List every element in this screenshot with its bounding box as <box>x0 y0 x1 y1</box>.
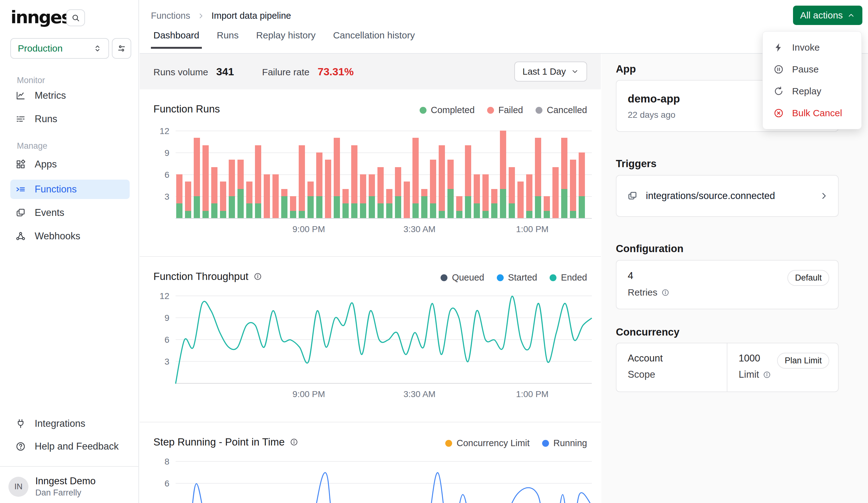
bars <box>176 131 592 218</box>
run-bar <box>203 145 209 218</box>
menu-item-pause[interactable]: Pause <box>763 59 861 80</box>
sidebar-item-apps[interactable]: Apps <box>10 155 130 174</box>
concurrency-heading: Concurrency <box>616 326 680 338</box>
menu-item-replay[interactable]: Replay <box>763 80 861 102</box>
sidebar-item-events[interactable]: Events <box>10 203 130 223</box>
all-actions-button[interactable]: All actions <box>793 6 862 25</box>
y-tick-label: 6 <box>153 170 169 180</box>
env-settings-button[interactable] <box>112 38 131 59</box>
runs-volume-stat: Runs volume 341 <box>153 65 234 78</box>
info-icon[interactable] <box>290 438 298 446</box>
plan-limit-badge: Plan Limit <box>777 353 829 369</box>
function-runs-title: Function Runs <box>153 103 220 115</box>
failure-rate-stat: Failure rate 73.31% <box>262 65 354 78</box>
step-running-title: Step Running - Point in Time <box>153 436 285 448</box>
trigger-row[interactable]: integrations/source.connected <box>616 175 839 217</box>
info-icon[interactable] <box>763 371 771 379</box>
menu-item-bulk-cancel[interactable]: Bulk Cancel <box>763 102 861 124</box>
run-bar <box>281 189 288 218</box>
run-bar <box>378 167 384 218</box>
function-runs-section: Function Runs CompletedFailedCancelled 3… <box>140 89 601 257</box>
user-org: Inngest Demo <box>35 475 96 487</box>
function-throughput-legend: QueuedStartedEnded <box>441 273 587 283</box>
sliders-icon <box>116 43 126 53</box>
y-tick-label: 12 <box>153 126 169 136</box>
run-bar <box>246 182 252 218</box>
sidebar-item-functions[interactable]: Functions <box>10 179 130 199</box>
sidebar-item-webhooks[interactable]: Webhooks <box>10 226 130 246</box>
configuration-heading: Configuration <box>616 243 683 255</box>
user-name: Dan Farrelly <box>35 488 96 498</box>
legend-item: Concurrency Limit <box>445 438 530 448</box>
legend-dot <box>441 274 447 281</box>
app-heading: App <box>616 63 636 75</box>
run-bar <box>290 196 296 218</box>
legend-item: Ended <box>550 273 587 283</box>
function-throughput-title: Function Throughput <box>153 270 248 283</box>
run-bar <box>491 189 497 218</box>
menu-item-invoke[interactable]: Invoke <box>763 37 861 59</box>
sidebar-footer-divider <box>0 466 139 467</box>
run-bar <box>412 138 419 218</box>
run-bar <box>342 189 349 218</box>
run-bar <box>272 174 279 218</box>
y-tick-label: 12 <box>153 291 169 301</box>
run-bar <box>194 138 200 218</box>
y-tick-label: 6 <box>153 479 169 489</box>
sidebar-item-help[interactable]: Help and Feedback <box>10 437 130 456</box>
run-bar <box>570 160 576 218</box>
user-menu[interactable]: IN Inngest Demo Dan Farrelly <box>8 475 96 498</box>
run-bar <box>237 160 244 218</box>
run-bar <box>439 145 445 218</box>
page-header: Functions Import data pipeline Dashboard… <box>140 0 868 54</box>
legend-dot <box>550 274 557 281</box>
dashboard-main: Runs volume 341 Failure rate 73.31% Last… <box>140 54 601 503</box>
breadcrumb-functions[interactable]: Functions <box>151 11 190 21</box>
avatar: IN <box>8 477 29 497</box>
run-bar <box>465 145 471 218</box>
function-throughput-chart: 369129:00 PM3:30 AM1:00 PM <box>176 297 592 384</box>
function-throughput-section: Function Throughput QueuedStartedEnded 3… <box>140 257 601 422</box>
throughput-line <box>176 297 592 384</box>
tab-runs[interactable]: Runs <box>217 30 239 49</box>
run-bar <box>386 189 392 218</box>
tab-dashboard[interactable]: Dashboard <box>153 30 199 49</box>
environment-value: Production <box>18 43 62 54</box>
run-bar <box>264 174 270 218</box>
x-tick-label: 1:00 PM <box>516 389 548 399</box>
concurrency-scope-label: Scope <box>628 369 655 380</box>
sidebar-item-integrations[interactable]: Integrations <box>10 414 130 433</box>
search-button[interactable] <box>66 9 85 26</box>
events-icon <box>15 207 26 218</box>
event-icon <box>627 191 638 201</box>
step-running-legend: Concurrency LimitRunning <box>445 438 587 448</box>
run-bar <box>430 160 436 218</box>
info-icon[interactable] <box>661 288 670 297</box>
chevron-right-icon <box>197 12 205 20</box>
tab-replay-history[interactable]: Replay history <box>256 30 316 49</box>
run-bar <box>483 174 489 218</box>
sidebar-item-runs[interactable]: Runs <box>10 109 130 129</box>
concurrency-scope-value: Account <box>628 353 727 364</box>
run-bar <box>552 167 559 218</box>
tab-cancellation-history[interactable]: Cancellation history <box>333 30 415 49</box>
run-bar <box>579 153 585 218</box>
environment-select[interactable]: Production <box>10 38 109 59</box>
runs-list-icon <box>15 114 26 124</box>
time-range-select[interactable]: Last 1 Day <box>514 62 587 82</box>
gridline <box>176 296 592 296</box>
run-bar <box>526 174 533 218</box>
run-bar <box>561 138 567 218</box>
info-icon[interactable] <box>254 272 262 281</box>
all-actions-menu: Invoke Pause Replay Bulk Cancel <box>762 31 862 129</box>
run-bar <box>404 182 410 218</box>
step-running-chart: 68 <box>176 460 592 503</box>
retries-label: Retries <box>628 287 658 298</box>
y-tick-label: 6 <box>153 335 169 345</box>
legend-item: Failed <box>487 105 523 115</box>
run-bar <box>211 167 217 218</box>
sidebar-item-metrics[interactable]: Metrics <box>10 86 130 105</box>
trigger-event-name: integrations/source.connected <box>646 190 775 202</box>
run-bar <box>334 138 340 218</box>
x-tick-label: 9:00 PM <box>292 224 325 234</box>
